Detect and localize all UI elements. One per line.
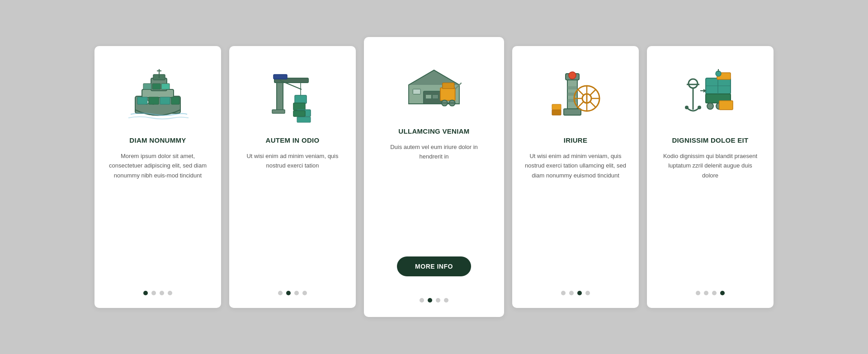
dot: [561, 291, 566, 295]
dot: [720, 291, 725, 295]
dot: [286, 291, 291, 295]
dot: [168, 291, 172, 295]
svg-rect-15: [277, 80, 283, 112]
dot: [143, 291, 148, 295]
card-4-title: IRIURE: [564, 136, 588, 144]
svg-rect-13: [160, 97, 170, 104]
svg-line-53: [578, 102, 584, 107]
svg-rect-40: [567, 86, 577, 89]
dot: [302, 291, 307, 295]
card-2: AUTEM IN ODIO Ut wisi enim ad minim veni…: [229, 46, 356, 308]
svg-rect-11: [137, 97, 147, 104]
card-2-dots: [278, 291, 307, 295]
svg-rect-18: [274, 75, 287, 79]
svg-rect-54: [552, 110, 561, 115]
card-3-title: ULLAMCING VENIAM: [398, 127, 469, 135]
dot: [160, 291, 164, 295]
svg-rect-20: [295, 95, 307, 103]
svg-point-64: [685, 106, 689, 109]
card-5-title: DIGNISSIM DOLOE EIT: [672, 136, 748, 144]
svg-rect-36: [443, 83, 454, 88]
svg-line-51: [590, 102, 596, 107]
svg-rect-24: [293, 111, 305, 116]
svg-rect-43: [564, 109, 581, 115]
dot: [436, 298, 440, 303]
dot: [712, 291, 717, 295]
dot: [704, 291, 708, 295]
card-3-text: Duis autem vel eum iriure dolor in hendr…: [378, 142, 490, 247]
dot: [444, 298, 448, 303]
card-4-text: Ut wisi enim ad minim veniam, quis nostr…: [525, 151, 626, 280]
svg-rect-27: [413, 89, 420, 94]
svg-point-61: [689, 79, 698, 88]
dot: [585, 291, 590, 295]
card-1-text: Morem ipsum dolor sit amet, consectetuer…: [107, 151, 208, 280]
svg-rect-12: [149, 97, 159, 104]
svg-rect-31: [440, 88, 455, 101]
dot: [696, 291, 700, 295]
svg-point-39: [569, 72, 576, 79]
dot: [577, 291, 582, 295]
card-4: IRIURE Ut wisi enim ad minim veniam, qui…: [512, 46, 639, 308]
svg-rect-9: [152, 84, 160, 89]
more-info-button[interactable]: MORE INFO: [397, 256, 471, 276]
card-2-text: Ut wisi enim ad minim veniam, quis nostr…: [242, 151, 343, 280]
svg-rect-25: [297, 117, 311, 122]
svg-point-66: [707, 103, 713, 109]
card-3-dots: [420, 298, 448, 303]
card-4-dots: [561, 291, 590, 295]
dot: [569, 291, 574, 295]
card-1-dots: [143, 291, 172, 295]
svg-rect-21: [272, 110, 285, 113]
dot: [151, 291, 156, 295]
dot: [428, 298, 432, 303]
card-3: ULLAMCING VENIAM Duis autem vel eum iriu…: [364, 37, 504, 317]
warehouse-icon: [402, 53, 466, 116]
svg-rect-8: [143, 84, 151, 89]
anchor-containers-icon: [679, 62, 742, 126]
dot: [278, 291, 283, 295]
svg-rect-30: [432, 94, 438, 98]
crane-icon: [261, 62, 324, 126]
dot: [294, 291, 299, 295]
svg-point-65: [698, 106, 701, 109]
svg-rect-10: [161, 84, 170, 89]
svg-rect-55: [552, 104, 561, 110]
svg-line-52: [590, 89, 596, 95]
dot: [420, 298, 424, 303]
svg-line-50: [578, 89, 584, 95]
card-1-title: DIAM NONUMMY: [129, 136, 186, 144]
card-5-text: Kodio dignissim qui blandit praesent lup…: [660, 151, 761, 280]
card-5-dots: [696, 291, 725, 295]
svg-rect-71: [719, 101, 733, 110]
svg-rect-22: [293, 103, 305, 110]
ship-icon: [126, 62, 189, 126]
card-1: DIAM NONUMMY Morem ipsum dolor sit amet,…: [94, 46, 221, 308]
card-2-title: AUTEM IN ODIO: [266, 136, 320, 144]
svg-rect-42: [567, 99, 577, 102]
svg-rect-29: [425, 94, 431, 98]
svg-rect-14: [171, 97, 179, 104]
cards-container: DIAM NONUMMY Morem ipsum dolor sit amet,…: [50, 37, 818, 317]
lighthouse-icon: [544, 62, 607, 126]
card-5: DIGNISSIM DOLOE EIT Kodio dignissim qui …: [647, 46, 774, 308]
